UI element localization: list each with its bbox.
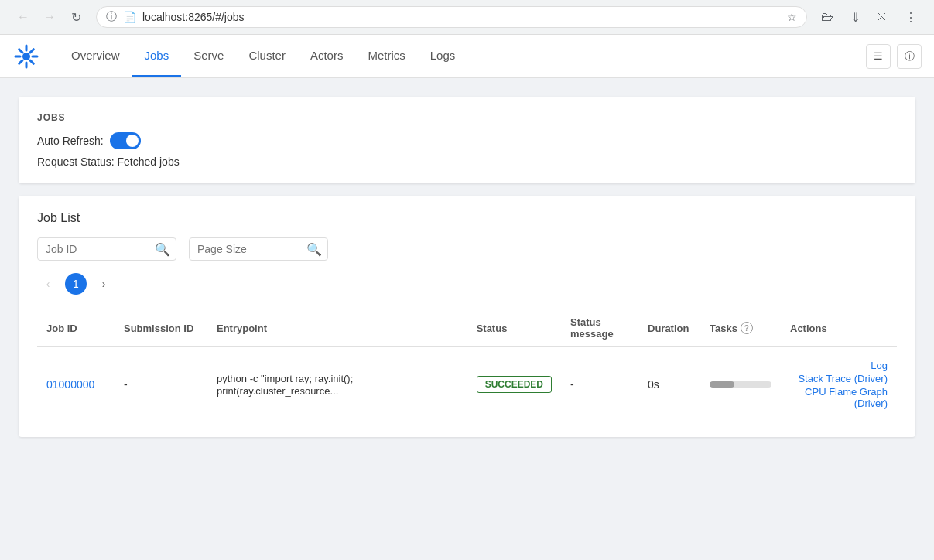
cell-actions: Log Stack Trace (Driver) CPU Flame Graph…: [781, 347, 897, 422]
th-tasks: Tasks ?: [700, 310, 781, 347]
toggle-slider: [110, 132, 141, 149]
nav-right-actions: ☰ ⓘ: [866, 44, 922, 69]
next-page-button[interactable]: ›: [93, 273, 115, 295]
nav-item-metrics[interactable]: Metrics: [355, 35, 417, 77]
action-stack-trace-link[interactable]: Stack Trace (Driver): [798, 373, 888, 384]
nav-item-overview[interactable]: Overview: [59, 35, 132, 77]
cell-status: SUCCEEDED: [467, 347, 561, 422]
theme-toggle-button[interactable]: ☰: [866, 44, 891, 69]
job-list-card: Job List 🔍 🔍 ‹ 1 › Job ID Submission ID …: [19, 196, 915, 437]
entrypoint-text: python -c "import ray; ray.init(); print…: [217, 373, 353, 397]
nav-item-cluster[interactable]: Cluster: [236, 35, 298, 77]
cell-job-id: 01000000: [37, 347, 115, 422]
main-content: JOBS Auto Refresh: Request Status: Fetch…: [0, 78, 934, 456]
actions-list: Log Stack Trace (Driver) CPU Flame Graph…: [790, 360, 888, 409]
menu-button[interactable]: ⋮: [900, 6, 922, 28]
browser-chrome: ← → ↻ ⓘ 📄 localhost:8265/#/jobs ☆ 🗁 ⇓ ⛌ …: [0, 0, 934, 35]
page-size-filter-wrap: 🔍: [189, 237, 328, 261]
cell-submission-id: -: [115, 347, 207, 422]
nav-item-actors[interactable]: Actors: [298, 35, 356, 77]
url-display: localhost:8265/#/jobs: [142, 11, 781, 23]
th-actions: Actions: [781, 310, 897, 347]
svg-line-8: [19, 60, 22, 63]
cell-entrypoint: python -c "import ray; ray.init(); print…: [207, 347, 467, 422]
filters-row: 🔍 🔍: [37, 237, 897, 261]
request-status: Request Status: Fetched jobs: [37, 155, 897, 168]
nav-item-logs[interactable]: Logs: [418, 35, 468, 77]
auto-refresh-row: Auto Refresh:: [37, 132, 897, 149]
page-size-input[interactable]: [189, 237, 328, 261]
app-nav: Overview Jobs Serve Cluster Actors Metri…: [0, 35, 934, 78]
ray-logo-svg: [12, 43, 40, 70]
job-list-title: Job List: [37, 211, 897, 225]
table-row: 01000000 - python -c "import ray; ray.in…: [37, 347, 897, 422]
auto-refresh-label: Auto Refresh:: [37, 135, 104, 147]
jobs-section-title: JOBS: [37, 112, 897, 123]
cell-status-message: -: [561, 347, 638, 422]
pocket-button[interactable]: 🗁: [816, 6, 838, 28]
action-cpu-flame-link[interactable]: CPU Flame Graph (Driver): [790, 386, 888, 409]
svg-line-6: [30, 60, 33, 63]
cell-tasks: [700, 347, 781, 422]
current-page: 1: [65, 273, 87, 295]
cell-duration: 0s: [638, 347, 700, 422]
info-button[interactable]: ⓘ: [897, 44, 922, 69]
tasks-help-icon[interactable]: ?: [741, 322, 753, 334]
security-icon: ⓘ: [106, 10, 117, 24]
jobs-table-body: 01000000 - python -c "import ray; ray.in…: [37, 347, 897, 422]
reload-button[interactable]: ↻: [65, 6, 87, 28]
jobs-header-card: JOBS Auto Refresh: Request Status: Fetch…: [19, 97, 915, 183]
th-duration: Duration: [638, 310, 700, 347]
tasks-progress-fill: [710, 381, 734, 388]
job-id-input[interactable]: [37, 237, 176, 261]
th-status-message: Status message: [561, 310, 638, 347]
th-submission-id: Submission ID: [115, 310, 207, 347]
job-id-filter-wrap: 🔍: [37, 237, 176, 261]
download-button[interactable]: ⇓: [844, 6, 866, 28]
app-logo: [12, 43, 40, 70]
svg-point-0: [22, 53, 30, 60]
job-id-link[interactable]: 01000000: [46, 378, 94, 391]
back-button[interactable]: ←: [12, 6, 34, 28]
main-nav: Overview Jobs Serve Cluster Actors Metri…: [59, 35, 467, 77]
pagination: ‹ 1 ›: [37, 273, 897, 295]
th-job-id: Job ID: [37, 310, 115, 347]
page-icon: 📄: [123, 11, 136, 23]
auto-refresh-toggle[interactable]: [110, 132, 141, 149]
nav-item-serve[interactable]: Serve: [181, 35, 236, 77]
forward-button[interactable]: →: [39, 6, 60, 28]
browser-actions: 🗁 ⇓ ⛌ ⋮: [816, 6, 922, 28]
jobs-table-head: Job ID Submission ID Entrypoint Status S…: [37, 310, 897, 347]
extensions-button[interactable]: ⛌: [872, 6, 894, 28]
address-bar[interactable]: ⓘ 📄 localhost:8265/#/jobs ☆: [96, 6, 807, 28]
jobs-table: Job ID Submission ID Entrypoint Status S…: [37, 310, 897, 422]
svg-line-5: [19, 49, 22, 52]
prev-page-button[interactable]: ‹: [37, 273, 59, 295]
th-entrypoint: Entrypoint: [207, 310, 467, 347]
status-badge: SUCCEEDED: [477, 376, 552, 393]
bookmark-icon[interactable]: ☆: [787, 11, 797, 23]
nav-item-jobs[interactable]: Jobs: [132, 35, 182, 77]
browser-nav: ← → ↻: [12, 6, 87, 28]
tasks-progress-bar: [710, 381, 771, 388]
action-log-link[interactable]: Log: [871, 360, 888, 371]
svg-line-7: [30, 49, 33, 52]
th-status: Status: [467, 310, 561, 347]
